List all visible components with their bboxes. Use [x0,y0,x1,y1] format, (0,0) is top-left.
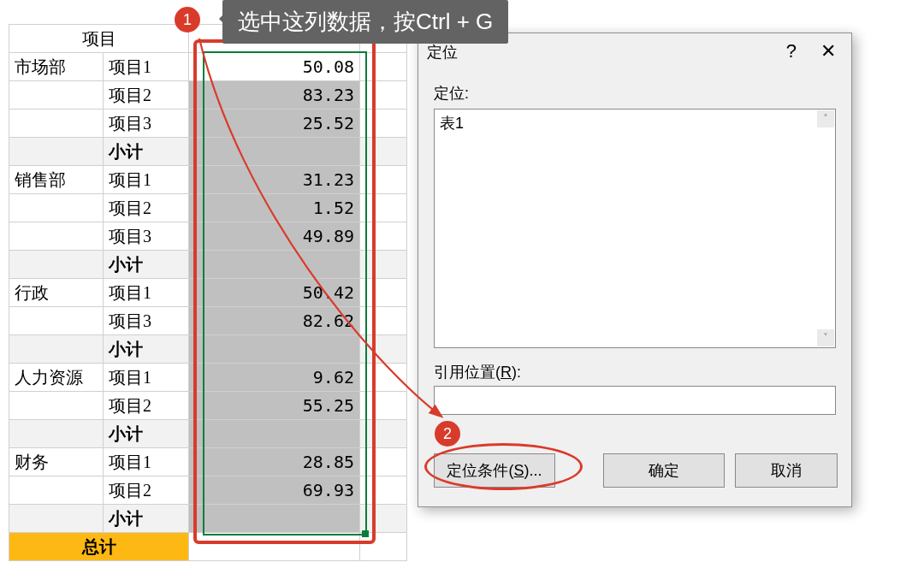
cell-value[interactable] [189,505,360,533]
cell-pad[interactable] [360,476,407,505]
cell-item[interactable]: 项目1 [104,53,189,81]
table-row: 项目283.23 [9,81,407,109]
cancel-button[interactable]: 取消 [735,453,838,488]
cell-pad[interactable] [360,392,407,420]
table-row: 人力资源项目19.62 [9,364,407,392]
cell-dept[interactable] [9,194,104,222]
cell-value[interactable] [189,420,360,448]
table-row: 项目349.89 [9,222,407,251]
cell-pad[interactable] [360,307,407,335]
cell-dept[interactable] [9,81,104,109]
cell-value[interactable] [189,138,360,166]
cell-pad[interactable] [360,279,407,307]
header-project: 项目 [9,25,189,53]
cell-dept[interactable] [9,251,104,279]
cell-pad[interactable] [360,109,407,138]
cell-value[interactable]: 25.52 [189,109,360,138]
table-row: 市场部项目150.08 [9,53,407,81]
cell-item[interactable]: 小计 [104,138,189,166]
cell-dept[interactable]: 市场部 [9,53,104,81]
cell-item[interactable]: 项目1 [104,364,189,392]
annotation-badge-1: 1 [175,7,200,33]
cell-pad[interactable] [360,194,407,222]
cell-dept[interactable] [9,335,104,364]
cell-value[interactable]: 50.42 [189,279,360,307]
cell-pad[interactable] [360,53,407,81]
cell-value[interactable]: 69.93 [189,476,360,505]
goto-dialog: 定位 ? ✕ 定位: 表1 ˄ ˅ 引用位置(R): 定位条件(S)... 确定… [418,33,852,507]
cell-pad[interactable] [360,222,407,251]
cell-dept[interactable]: 人力资源 [9,364,104,392]
spreadsheet-table[interactable]: 项目 市场部项目150.08项目283.23项目325.52小计销售部项目131… [9,24,407,561]
cell-dept[interactable] [9,109,104,138]
scroll-up-icon[interactable]: ˄ [817,110,834,127]
cell-dept[interactable] [9,420,104,448]
cell-pad[interactable] [360,420,407,448]
table-row: 小计 [9,251,407,279]
cell-pad[interactable] [360,364,407,392]
cell-value[interactable] [189,335,360,364]
special-button[interactable]: 定位条件(S)... [434,453,555,488]
table-row: 项目255.25 [9,392,407,420]
cell-pad[interactable] [360,505,407,533]
close-icon[interactable]: ✕ [814,38,843,64]
reference-input[interactable] [434,386,836,415]
cell-pad[interactable] [360,448,407,476]
cell-value[interactable]: 82.62 [189,307,360,335]
cell-pad[interactable] [360,335,407,364]
cell-item[interactable]: 小计 [104,251,189,279]
cell-dept[interactable] [9,307,104,335]
table-row: 销售部项目131.23 [9,166,407,194]
cell-item[interactable]: 项目3 [104,222,189,251]
cell-value[interactable]: 49.89 [189,222,360,251]
cell-value[interactable]: 9.62 [189,364,360,392]
cell-dept[interactable]: 行政 [9,279,104,307]
cell-value[interactable]: 1.52 [189,194,360,222]
total-pad [360,533,407,561]
total-value [189,533,360,561]
table-row: 项目382.62 [9,307,407,335]
cell-item[interactable]: 小计 [104,335,189,364]
cell-value[interactable]: 83.23 [189,81,360,109]
cell-item[interactable]: 小计 [104,420,189,448]
cell-item[interactable]: 小计 [104,505,189,533]
cell-dept[interactable]: 销售部 [9,166,104,194]
cell-item[interactable]: 项目3 [104,307,189,335]
scroll-down-icon[interactable]: ˅ [817,329,834,346]
cell-item[interactable]: 项目2 [104,194,189,222]
cell-item[interactable]: 项目3 [104,109,189,138]
cell-pad[interactable] [360,138,407,166]
cell-item[interactable]: 项目2 [104,392,189,420]
cell-value[interactable]: 31.23 [189,166,360,194]
cell-value[interactable]: 28.85 [189,448,360,476]
cell-item[interactable]: 项目1 [104,448,189,476]
cell-item[interactable]: 项目2 [104,81,189,109]
goto-list-item[interactable]: 表1 [440,113,830,133]
cell-item[interactable]: 项目1 [104,279,189,307]
cell-dept[interactable] [9,505,104,533]
table-row: 小计 [9,505,407,533]
cell-value[interactable]: 50.08 [189,53,360,81]
cell-dept[interactable] [9,138,104,166]
table-row: 财务项目128.85 [9,448,407,476]
cell-item[interactable]: 项目2 [104,476,189,505]
table-row: 项目21.52 [9,194,407,222]
cell-dept[interactable] [9,392,104,420]
cell-dept[interactable] [9,476,104,505]
total-row: 总计 [9,533,407,561]
cell-value[interactable] [189,251,360,279]
cell-pad[interactable] [360,166,407,194]
cell-dept[interactable] [9,222,104,251]
cell-value[interactable]: 55.25 [189,392,360,420]
cell-dept[interactable]: 财务 [9,448,104,476]
cell-pad[interactable] [360,81,407,109]
cell-pad[interactable] [360,251,407,279]
dialog-help-button[interactable]: ? [779,38,803,64]
table-row: 行政项目150.42 [9,279,407,307]
annotation-badge-2: 2 [435,421,460,447]
goto-listbox[interactable]: 表1 ˄ ˅ [434,109,836,348]
cell-item[interactable]: 项目1 [104,166,189,194]
ok-button[interactable]: 确定 [603,453,725,488]
dialog-title: 定位 [427,42,458,62]
annotation-tooltip: 选中这列数据，按Ctrl + G [222,0,508,44]
